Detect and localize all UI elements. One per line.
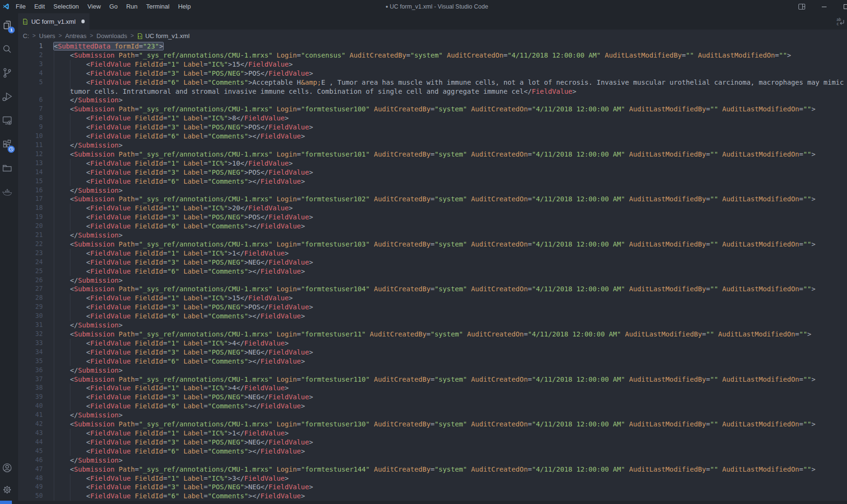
activity-item-settings[interactable] <box>0 479 18 501</box>
tab-uc-form-v1-xml[interactable]: UC form_v1.xml <box>18 13 89 30</box>
code-line[interactable]: 36 </Submission> <box>18 366 847 375</box>
code-line[interactable]: 49 <FieldValue FieldId="3" Label="POS/NE… <box>18 483 847 492</box>
line-number[interactable] <box>18 87 43 96</box>
line-number[interactable]: 15 <box>18 177 43 186</box>
code-line[interactable]: 18 <FieldValue FieldId="1" Label="IC%">2… <box>18 204 847 213</box>
word-wrap-icon[interactable]: abc <box>836 17 846 27</box>
code-line[interactable]: 32 <Submission Path="_sys_ref/annotation… <box>18 330 847 339</box>
line-number[interactable]: 19 <box>18 213 43 222</box>
line-number[interactable]: 22 <box>18 240 43 249</box>
line-number[interactable]: 20 <box>18 222 43 231</box>
code-line[interactable]: 47 <Submission Path="_sys_ref/annotation… <box>18 465 847 474</box>
code-line[interactable]: 40 <FieldValue FieldId="6" Label="Commen… <box>18 402 847 411</box>
code-line[interactable]: 28 <FieldValue FieldId="1" Label="IC%">1… <box>18 294 847 303</box>
code-line[interactable]: 15 <FieldValue FieldId="6" Label="Commen… <box>18 177 847 186</box>
activity-item-remote-explorer[interactable] <box>0 109 18 132</box>
code-line[interactable]: 7 <Submission Path="_sys_ref/annotations… <box>18 105 847 114</box>
activity-item-search[interactable] <box>0 37 18 61</box>
code-line[interactable]: 29 <FieldValue FieldId="3" Label="POS/NE… <box>18 303 847 312</box>
code-line[interactable]: 25 <FieldValue FieldId="6" Label="Commen… <box>18 267 847 276</box>
line-number[interactable]: 13 <box>18 159 43 168</box>
line-number[interactable]: 29 <box>18 303 43 312</box>
maximize-button[interactable] <box>839 0 847 13</box>
remote-indicator-button[interactable] <box>0 501 12 504</box>
code-line[interactable]: 4 <FieldValue FieldId="3" Label="POS/NEG… <box>18 69 847 78</box>
line-number[interactable]: 32 <box>18 330 43 339</box>
code-line[interactable]: 14 <FieldValue FieldId="3" Label="POS/NE… <box>18 168 847 177</box>
code-line[interactable]: 31 </Submission> <box>18 321 847 330</box>
line-number[interactable]: 44 <box>18 438 43 447</box>
line-number[interactable]: 3 <box>18 60 43 69</box>
line-number[interactable]: 4 <box>18 69 43 78</box>
line-number[interactable]: 14 <box>18 168 43 177</box>
code-line[interactable]: 9 <FieldValue FieldId="3" Label="POS/NEG… <box>18 123 847 132</box>
line-number[interactable]: 48 <box>18 474 43 483</box>
code-line[interactable]: 20 <FieldValue FieldId="6" Label="Commen… <box>18 222 847 231</box>
code-line[interactable]: 27 <Submission Path="_sys_ref/annotation… <box>18 285 847 294</box>
line-number[interactable]: 9 <box>18 123 43 132</box>
code-line[interactable]: 11 </Submission> <box>18 141 847 150</box>
line-number[interactable]: 7 <box>18 105 43 114</box>
line-number[interactable]: 28 <box>18 294 43 303</box>
line-number[interactable]: 6 <box>18 96 43 105</box>
activity-item-extensions[interactable] <box>0 132 18 156</box>
tab-modified-dot[interactable] <box>81 20 85 23</box>
code-line[interactable]: 34 <FieldValue FieldId="3" Label="POS/NE… <box>18 348 847 357</box>
code-line[interactable]: 41 </Submission> <box>18 411 847 420</box>
activity-item-docker[interactable] <box>0 180 18 204</box>
editor[interactable]: 1<SubmittedData formId="23">2 <Submissio… <box>18 42 847 501</box>
code-line[interactable]: 22 <Submission Path="_sys_ref/annotation… <box>18 240 847 249</box>
line-number[interactable]: 5 <box>18 78 43 87</box>
line-number[interactable]: 2 <box>18 51 43 60</box>
activity-item-source-control[interactable] <box>0 61 18 85</box>
code-line[interactable]: 5 <FieldValue FieldId="6" Label="Comment… <box>18 78 847 87</box>
line-number[interactable]: 39 <box>18 393 43 402</box>
line-number[interactable]: 42 <box>18 420 43 429</box>
breadcrumb-item[interactable]: Antreas <box>65 32 87 40</box>
breadcrumb-item[interactable]: Downloads <box>97 32 127 40</box>
code-line[interactable]: 12 <Submission Path="_sys_ref/annotation… <box>18 150 847 159</box>
line-number[interactable]: 40 <box>18 402 43 411</box>
code-line[interactable]: 3 <FieldValue FieldId="1" Label="IC%">15… <box>18 60 847 69</box>
line-number[interactable]: 16 <box>18 186 43 195</box>
code-line[interactable]: 23 <FieldValue FieldId="1" Label="IC%">1… <box>18 249 847 258</box>
code-line[interactable]: 38 <FieldValue FieldId="1" Label="IC%">4… <box>18 384 847 393</box>
line-number[interactable]: 35 <box>18 357 43 366</box>
code-line[interactable]: 26 </Submission> <box>18 276 847 285</box>
line-number[interactable]: 34 <box>18 348 43 357</box>
line-number[interactable]: 26 <box>18 276 43 285</box>
line-number[interactable]: 37 <box>18 375 43 384</box>
line-number[interactable]: 50 <box>18 492 43 501</box>
code-line[interactable]: 10 <FieldValue FieldId="6" Label="Commen… <box>18 132 847 141</box>
line-number[interactable]: 33 <box>18 339 43 348</box>
code-line[interactable]: 37 <Submission Path="_sys_ref/annotation… <box>18 375 847 384</box>
line-number[interactable]: 1 <box>18 42 43 51</box>
line-number[interactable]: 36 <box>18 366 43 375</box>
code-line[interactable]: 45 <FieldValue FieldId="6" Label="Commen… <box>18 447 847 456</box>
line-number[interactable]: 24 <box>18 258 43 267</box>
line-number[interactable]: 21 <box>18 231 43 240</box>
line-number[interactable]: 8 <box>18 114 43 123</box>
code-line[interactable]: tumor cells. Intratumoral and stromal in… <box>18 87 847 96</box>
code-line[interactable]: 1<SubmittedData formId="23"> <box>18 42 847 51</box>
line-number[interactable]: 49 <box>18 483 43 492</box>
breadcrumb-item[interactable]: Users <box>39 32 55 40</box>
code-line[interactable]: 50 <FieldValue FieldId="6" Label="Commen… <box>18 492 847 501</box>
line-number[interactable]: 47 <box>18 465 43 474</box>
line-number[interactable]: 45 <box>18 447 43 456</box>
line-number[interactable]: 30 <box>18 312 43 321</box>
code-line[interactable]: 48 <FieldValue FieldId="1" Label="IC%">3… <box>18 474 847 483</box>
code-line[interactable]: 44 <FieldValue FieldId="3" Label="POS/NE… <box>18 438 847 447</box>
line-number[interactable]: 23 <box>18 249 43 258</box>
code-line[interactable]: 43 <FieldValue FieldId="1" Label="IC%">1… <box>18 429 847 438</box>
breadcrumb-item-file[interactable]: UC form_v1.xml <box>145 32 189 40</box>
line-number[interactable]: 10 <box>18 132 43 141</box>
minimize-button[interactable] <box>817 0 831 13</box>
line-number[interactable]: 31 <box>18 321 43 330</box>
line-number[interactable]: 38 <box>18 384 43 393</box>
code-line[interactable]: 16 </Submission> <box>18 186 847 195</box>
line-number[interactable]: 17 <box>18 195 43 204</box>
customize-layout-button[interactable] <box>795 0 809 13</box>
line-number[interactable]: 25 <box>18 267 43 276</box>
line-number[interactable]: 11 <box>18 141 43 150</box>
